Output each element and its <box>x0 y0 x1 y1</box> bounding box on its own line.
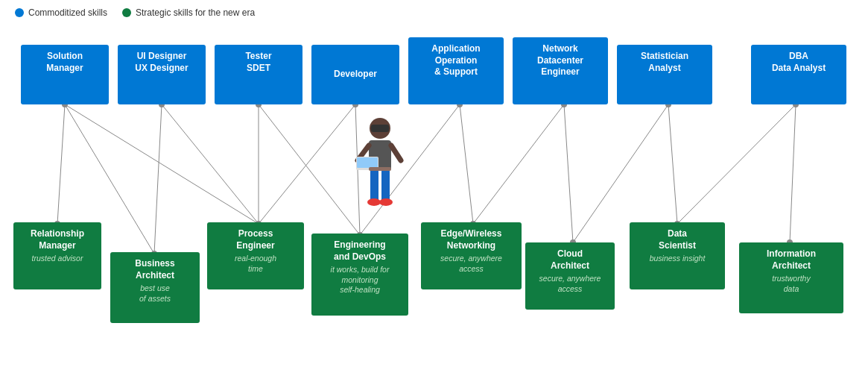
card-business-architect: BusinessArchitect best useof assets <box>110 252 200 323</box>
person-figure <box>350 112 410 216</box>
svg-line-16 <box>790 104 796 242</box>
svg-rect-39 <box>357 157 378 168</box>
card-edge-networking: Edge/WirelessNetworking secure, anywhere… <box>421 222 522 289</box>
card-dba-title: DBAData Analyst <box>758 51 839 74</box>
commoditized-label: Commoditized skills <box>28 7 107 18</box>
card-information-architect-title: InformationArchitect <box>747 248 836 272</box>
card-engineering-devops: Engineeringand DevOps it works, build fo… <box>311 234 408 316</box>
card-business-architect-subtitle: best useof assets <box>118 283 192 304</box>
card-dba: DBAData Analyst <box>751 45 846 104</box>
svg-line-0 <box>57 104 65 224</box>
svg-line-8 <box>259 104 355 224</box>
strategic-dot <box>122 8 131 17</box>
card-tester: TesterSDET <box>215 45 302 104</box>
diagram: SolutionManager UI DesignerUX Designer T… <box>0 22 868 366</box>
card-relationship-manager-subtitle: trusted advisor <box>21 254 94 264</box>
legend-commoditized: Commoditized skills <box>15 7 107 18</box>
svg-line-11 <box>473 104 564 224</box>
person-svg <box>350 112 410 216</box>
svg-line-3 <box>154 104 162 254</box>
card-process-engineer-subtitle: real-enoughtime <box>215 254 297 274</box>
card-process-engineer: ProcessEngineer real-enoughtime <box>207 222 304 289</box>
card-tester-title: TesterSDET <box>222 51 295 74</box>
svg-rect-34 <box>371 125 389 132</box>
svg-line-2 <box>65 104 259 224</box>
svg-line-6 <box>259 104 360 235</box>
card-data-scientist-title: DataScientist <box>637 228 717 251</box>
card-statistician: StatisticianAnalyst <box>617 45 712 104</box>
card-developer: Developer <box>311 45 399 104</box>
card-relationship-manager: RelationshipManager trusted advisor <box>13 222 101 289</box>
svg-line-37 <box>391 145 401 160</box>
legend: Commoditized skills Strategic skills for… <box>0 0 868 22</box>
svg-point-43 <box>379 198 393 206</box>
card-cloud-architect-title: CloudArchitect <box>533 248 607 272</box>
svg-line-15 <box>677 104 796 224</box>
card-engineering-devops-title: Engineeringand DevOps <box>319 239 401 263</box>
card-information-architect-subtitle: trustworthydata <box>747 274 836 294</box>
card-cloud-architect: CloudArchitect secure, anywhereaccess <box>525 242 615 310</box>
card-relationship-manager-title: RelationshipManager <box>21 228 94 251</box>
strategic-label: Strategic skills for the new era <box>136 7 255 18</box>
card-edge-networking-subtitle: secure, anywhereaccess <box>428 254 514 274</box>
card-business-architect-title: BusinessArchitect <box>118 258 192 281</box>
card-engineering-devops-subtitle: it works, build formonitoringself-healin… <box>319 265 401 295</box>
card-information-architect: InformationArchitect trustworthydata <box>739 242 843 313</box>
card-statistician-title: StatisticianAnalyst <box>624 51 705 74</box>
card-network-engineer-title: NetworkDatacenterEngineer <box>520 43 601 78</box>
card-ui-designer: UI DesignerUX Designer <box>118 45 206 104</box>
card-process-engineer-title: ProcessEngineer <box>215 228 297 251</box>
card-ui-designer-title: UI DesignerUX Designer <box>125 51 198 74</box>
svg-rect-41 <box>381 169 390 202</box>
card-data-scientist-subtitle: business insight <box>637 254 717 264</box>
svg-line-4 <box>162 104 259 224</box>
card-solution-manager: SolutionManager <box>21 45 109 104</box>
card-data-scientist: DataScientist business insight <box>630 222 725 289</box>
legend-strategic: Strategic skills for the new era <box>122 7 255 18</box>
svg-line-10 <box>460 104 473 224</box>
card-edge-networking-title: Edge/WirelessNetworking <box>428 228 514 251</box>
svg-rect-40 <box>370 169 378 202</box>
card-app-operation: ApplicationOperation& Support <box>408 37 504 104</box>
card-solution-manager-title: SolutionManager <box>28 51 101 74</box>
svg-rect-44 <box>369 167 391 171</box>
card-app-operation-title: ApplicationOperation& Support <box>416 43 496 78</box>
svg-point-42 <box>367 198 381 206</box>
svg-line-12 <box>564 104 573 242</box>
svg-line-13 <box>668 104 677 224</box>
commoditized-dot <box>15 8 24 17</box>
card-cloud-architect-subtitle: secure, anywhereaccess <box>533 274 607 294</box>
card-network-engineer: NetworkDatacenterEngineer <box>513 37 608 104</box>
card-developer-title: Developer <box>334 69 377 81</box>
